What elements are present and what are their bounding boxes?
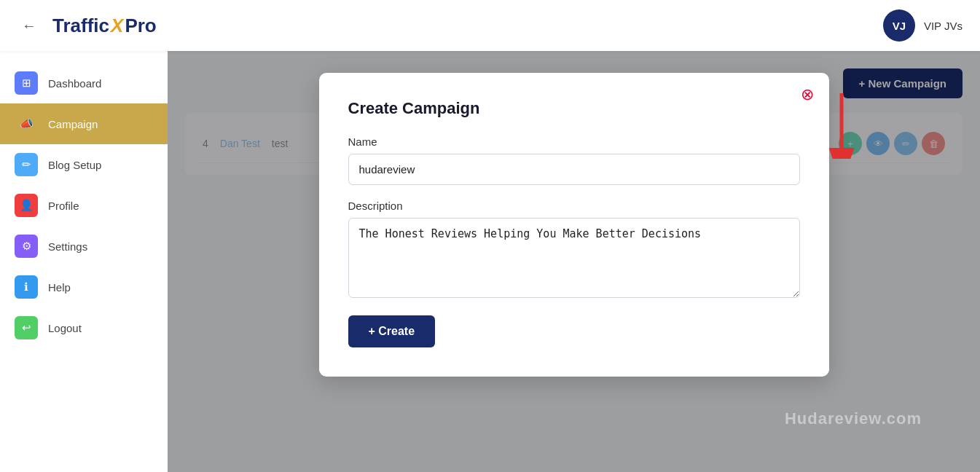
sidebar-label-logout: Logout [48, 322, 82, 334]
sidebar: ⊞ Dashboard 📣 Campaign ✏ Blog Setup 👤 Pr… [0, 51, 168, 472]
create-campaign-modal: ⊗ Create Campaign Name Description The H… [319, 73, 829, 377]
name-field-group: Name [348, 135, 800, 185]
sidebar-item-dashboard[interactable]: ⊞ Dashboard [0, 63, 168, 103]
sidebar-label-dashboard: Dashboard [48, 77, 101, 90]
sidebar-label-blog: Blog Setup [48, 159, 101, 171]
sidebar-item-logout[interactable]: ↩ Logout [0, 307, 168, 348]
sidebar-label-settings: Settings [48, 240, 87, 253]
header-right: VJ VIP JVs [883, 9, 963, 42]
blog-icon: ✏ [15, 153, 38, 176]
sidebar-item-campaign[interactable]: 📣 Campaign [0, 103, 168, 144]
help-icon: ℹ [15, 275, 38, 299]
sidebar-item-profile[interactable]: 👤 Profile [0, 185, 168, 226]
dashboard-icon: ⊞ [15, 71, 38, 95]
settings-icon: ⚙ [15, 235, 38, 258]
modal-close-button[interactable]: ⊗ [797, 84, 818, 105]
sidebar-label-campaign: Campaign [48, 118, 98, 130]
campaign-description-input[interactable]: The Honest Reviews Helping You Make Bett… [348, 218, 800, 298]
close-icon: ⊗ [801, 85, 814, 104]
logo: TrafficXPro [52, 15, 157, 37]
sidebar-item-help[interactable]: ℹ Help [0, 267, 168, 307]
header-left: ← TrafficXPro [17, 14, 157, 37]
logo-pro: Pro [125, 15, 156, 37]
logo-traffic: Traffic [52, 15, 109, 37]
logo-x: X [111, 15, 123, 37]
avatar: VJ [883, 9, 915, 42]
sidebar-label-profile: Profile [48, 200, 79, 212]
profile-icon: 👤 [15, 194, 38, 217]
sidebar-item-settings[interactable]: ⚙ Settings [0, 226, 168, 267]
back-button[interactable]: ← [17, 14, 41, 37]
description-label: Description [348, 200, 800, 212]
campaign-icon: 📣 [15, 112, 38, 135]
create-campaign-button[interactable]: + Create [348, 315, 436, 347]
campaign-name-input[interactable] [348, 154, 800, 185]
header: ← TrafficXPro VJ VIP JVs [0, 0, 980, 51]
modal-title: Create Campaign [348, 99, 800, 118]
user-name: VIP JVs [924, 20, 963, 32]
sidebar-item-blog-setup[interactable]: ✏ Blog Setup [0, 144, 168, 185]
layout: ⊞ Dashboard 📣 Campaign ✏ Blog Setup 👤 Pr… [0, 51, 980, 472]
logout-icon: ↩ [15, 316, 38, 339]
description-field-group: Description The Honest Reviews Helping Y… [348, 200, 800, 301]
modal-overlay: ⊗ Create Campaign Name Description The H… [168, 51, 980, 472]
name-label: Name [348, 135, 800, 148]
sidebar-label-help: Help [48, 281, 71, 294]
main-content: + New Campaign 4 Dan Test test + 👁 ✏ 🗑 [168, 51, 980, 472]
